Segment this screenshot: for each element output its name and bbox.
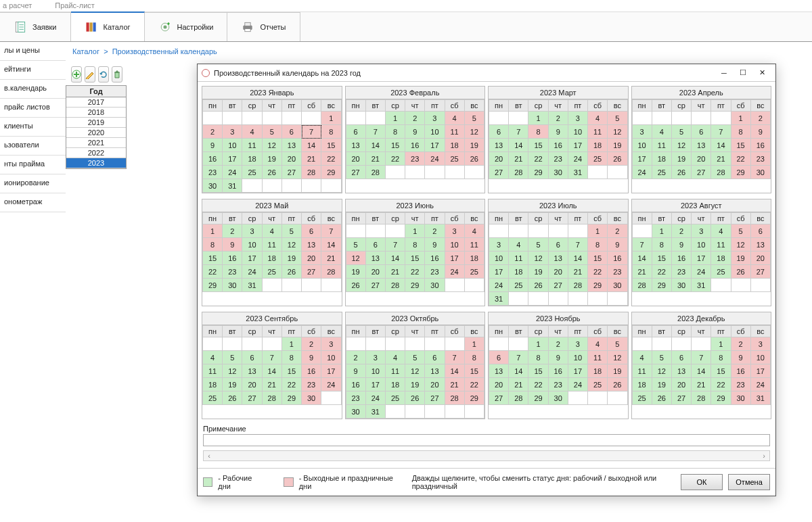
day-cell[interactable]: 7 bbox=[568, 238, 587, 252]
day-cell[interactable]: 23 bbox=[203, 166, 223, 179]
day-cell[interactable]: 16 bbox=[548, 364, 568, 378]
day-cell[interactable]: 3 bbox=[425, 112, 445, 125]
day-cell[interactable] bbox=[464, 166, 484, 179]
day-cell[interactable]: 24 bbox=[223, 166, 242, 179]
day-cell[interactable]: 19 bbox=[346, 265, 365, 279]
day-cell[interactable]: 4 bbox=[711, 224, 731, 238]
day-cell[interactable]: 9 bbox=[302, 351, 321, 364]
day-cell[interactable]: 9 bbox=[548, 351, 568, 364]
day-cell[interactable]: 18 bbox=[445, 139, 464, 152]
day-cell[interactable]: 12 bbox=[346, 252, 365, 265]
day-cell[interactable]: 29 bbox=[464, 392, 484, 405]
sec-tab-2[interactable]: Прайс-лист bbox=[52, 1, 95, 11]
day-cell[interactable]: 9 bbox=[203, 139, 223, 152]
day-cell[interactable]: 8 bbox=[464, 351, 484, 364]
day-cell[interactable] bbox=[464, 405, 484, 419]
day-cell[interactable]: 29 bbox=[321, 166, 341, 179]
day-cell[interactable]: 5 bbox=[262, 125, 281, 139]
day-cell[interactable]: 16 bbox=[608, 252, 627, 265]
day-cell[interactable]: 2 bbox=[425, 224, 445, 238]
day-cell[interactable]: 1 bbox=[385, 112, 405, 125]
day-cell[interactable] bbox=[425, 337, 445, 351]
day-cell[interactable]: 30 bbox=[750, 166, 770, 179]
day-cell[interactable]: 4 bbox=[464, 224, 484, 238]
day-cell[interactable] bbox=[692, 112, 711, 125]
day-cell[interactable]: 24 bbox=[425, 152, 445, 166]
day-cell[interactable]: 15 bbox=[321, 139, 341, 152]
day-cell[interactable]: 15 bbox=[711, 364, 731, 378]
day-cell[interactable]: 11 bbox=[262, 238, 281, 252]
day-cell[interactable]: 12 bbox=[608, 125, 627, 139]
day-cell[interactable]: 31 bbox=[242, 279, 262, 292]
day-cell[interactable]: 30 bbox=[425, 279, 445, 292]
day-cell[interactable]: 16 bbox=[548, 139, 568, 152]
day-cell[interactable]: 22 bbox=[528, 152, 548, 166]
day-cell[interactable]: 23 bbox=[548, 152, 568, 166]
day-cell[interactable]: 13 bbox=[750, 238, 770, 252]
day-cell[interactable]: 7 bbox=[365, 125, 385, 139]
day-cell[interactable]: 4 bbox=[652, 125, 671, 139]
day-cell[interactable]: 11 bbox=[588, 125, 608, 139]
day-cell[interactable]: 25 bbox=[632, 392, 652, 405]
day-cell[interactable]: 12 bbox=[281, 238, 301, 252]
day-cell[interactable]: 26 bbox=[731, 265, 750, 279]
day-cell[interactable]: 3 bbox=[445, 224, 464, 238]
day-cell[interactable] bbox=[346, 337, 365, 351]
day-cell[interactable]: 25 bbox=[262, 265, 281, 279]
day-cell[interactable] bbox=[365, 337, 385, 351]
day-cell[interactable]: 28 bbox=[445, 392, 464, 405]
day-cell[interactable]: 16 bbox=[425, 252, 445, 265]
day-cell[interactable]: 15 bbox=[281, 364, 301, 378]
day-cell[interactable]: 17 bbox=[568, 364, 587, 378]
day-cell[interactable]: 18 bbox=[242, 152, 262, 166]
day-cell[interactable]: 29 bbox=[203, 279, 223, 292]
day-cell[interactable]: 15 bbox=[588, 252, 608, 265]
day-cell[interactable]: 28 bbox=[365, 166, 385, 179]
day-cell[interactable]: 10 bbox=[568, 351, 587, 364]
day-cell[interactable]: 19 bbox=[405, 378, 425, 392]
day-cell[interactable]: 4 bbox=[588, 112, 608, 125]
day-cell[interactable]: 2 bbox=[608, 224, 627, 238]
day-cell[interactable]: 26 bbox=[281, 265, 301, 279]
close-button[interactable]: ✕ bbox=[752, 66, 771, 80]
day-cell[interactable]: 5 bbox=[671, 125, 691, 139]
day-cell[interactable]: 15 bbox=[203, 252, 223, 265]
day-cell[interactable]: 13 bbox=[365, 252, 385, 265]
day-cell[interactable]: 1 bbox=[405, 224, 425, 238]
day-cell[interactable]: 14 bbox=[632, 252, 652, 265]
day-cell[interactable] bbox=[385, 337, 405, 351]
day-cell[interactable]: 11 bbox=[445, 125, 464, 139]
day-cell[interactable] bbox=[548, 224, 568, 238]
day-cell[interactable]: 8 bbox=[652, 238, 671, 252]
day-cell[interactable]: 20 bbox=[365, 265, 385, 279]
day-cell[interactable] bbox=[652, 112, 671, 125]
day-cell[interactable]: 30 bbox=[608, 279, 627, 292]
day-cell[interactable]: 24 bbox=[568, 378, 587, 392]
day-cell[interactable]: 3 bbox=[321, 337, 341, 351]
day-cell[interactable]: 11 bbox=[385, 364, 405, 378]
day-cell[interactable]: 17 bbox=[489, 265, 509, 279]
day-cell[interactable]: 9 bbox=[223, 238, 242, 252]
day-cell[interactable]: 19 bbox=[671, 152, 691, 166]
day-cell[interactable]: 16 bbox=[346, 378, 365, 392]
day-cell[interactable]: 6 bbox=[281, 125, 301, 139]
day-cell[interactable]: 20 bbox=[692, 152, 711, 166]
tab-catalog[interactable]: Каталог bbox=[71, 11, 145, 41]
day-cell[interactable]: 20 bbox=[548, 265, 568, 279]
day-cell[interactable]: 28 bbox=[711, 166, 731, 179]
day-cell[interactable]: 26 bbox=[528, 279, 548, 292]
day-cell[interactable]: 28 bbox=[385, 279, 405, 292]
day-cell[interactable] bbox=[632, 337, 652, 351]
day-cell[interactable]: 20 bbox=[302, 252, 321, 265]
day-cell[interactable] bbox=[445, 166, 464, 179]
sidebar-item[interactable]: клиенты bbox=[0, 118, 66, 137]
tab-requests[interactable]: Заявки bbox=[0, 12, 71, 41]
day-cell[interactable]: 24 bbox=[568, 152, 587, 166]
day-cell[interactable]: 18 bbox=[203, 378, 223, 392]
sidebar-item[interactable]: онометраж bbox=[0, 193, 66, 212]
day-cell[interactable]: 13 bbox=[489, 364, 509, 378]
day-cell[interactable]: 14 bbox=[568, 252, 587, 265]
day-cell[interactable]: 25 bbox=[445, 152, 464, 166]
day-cell[interactable]: 12 bbox=[464, 125, 484, 139]
day-cell[interactable]: 18 bbox=[262, 252, 281, 265]
